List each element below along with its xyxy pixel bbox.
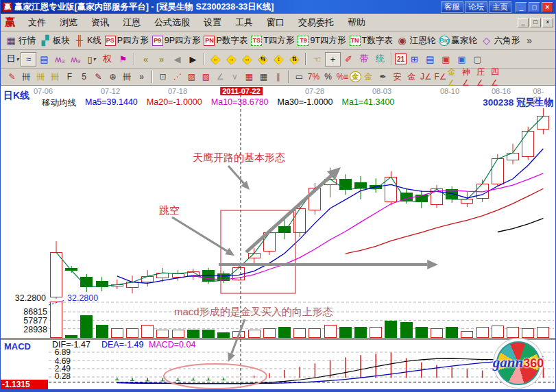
draw-more-draw[interactable]: »: [134, 70, 149, 84]
draw-gold-angle[interactable]: 金: [404, 70, 419, 84]
nav-pan-hand[interactable]: ☜: [309, 52, 325, 66]
nav-f10-info[interactable]: ▤: [36, 52, 52, 66]
menu-item-9[interactable]: 交易委托: [291, 14, 341, 31]
mdi-restore-button[interactable]: □: [530, 18, 541, 27]
nav-stat-tool[interactable]: 统: [372, 52, 388, 66]
draw-gold-circle[interactable]: 金: [350, 71, 361, 82]
nav-shift-left[interactable]: ◆←: [208, 52, 223, 66]
nav-pointer-line[interactable]: ✐: [341, 52, 356, 66]
draw-percent-7[interactable]: 7%: [306, 70, 321, 84]
nav-zoom-in-h[interactable]: ◆⇆: [255, 52, 271, 66]
toolbar-t-number-table[interactable]: TNT数字表: [350, 35, 393, 47]
toolbar-9p-square[interactable]: P99P四方形: [152, 35, 201, 47]
draw-clock-circle[interactable]: ⊕: [106, 70, 120, 84]
support-button[interactable]: 客服: [441, 1, 463, 13]
nav-terminal[interactable]: ▢: [470, 52, 485, 66]
draw-box-diagonal[interactable]: ▨: [184, 70, 199, 84]
nav-save[interactable]: ▣: [438, 52, 454, 66]
toolbar-sectors[interactable]: ▞板块: [39, 35, 70, 47]
nav-zoom-out-h[interactable]: ◆↔: [239, 52, 255, 66]
menu-item-3[interactable]: 资讯: [84, 14, 116, 31]
menu-item-2[interactable]: 浏览: [53, 14, 84, 31]
draw-draw-pen[interactable]: ✎: [5, 70, 19, 84]
draw-gold-grid-1[interactable]: 卌: [34, 70, 48, 84]
toolbar-more-tools[interactable]: »: [523, 35, 535, 46]
mdi-close-button[interactable]: ×: [542, 18, 553, 27]
date-label: 08-03: [372, 87, 391, 95]
nav-zoom-in-v[interactable]: ◆⇅: [287, 52, 302, 66]
draw-dark-grid[interactable]: ▦: [256, 70, 271, 84]
draw-an-tool[interactable]: 安: [390, 70, 404, 84]
nav-page-prev[interactable]: ◀: [169, 52, 185, 66]
draw-five-lines[interactable]: 5: [77, 70, 91, 84]
draw-f-angle[interactable]: F∠: [433, 70, 448, 84]
draw-box-fan[interactable]: ▧: [199, 70, 213, 84]
nav-save-remote[interactable]: ▣: [454, 52, 470, 66]
nav-indicator-flag[interactable]: ⚑: [115, 52, 131, 66]
app-window: 赢 赢家江恩专业版[赢家内部服务平台] - [冠昊生物 SZ300238-33日…: [0, 0, 556, 392]
draw-gold-grid-2[interactable]: 卌: [48, 70, 62, 84]
nav-restore-rights[interactable]: 权: [99, 52, 115, 66]
nav-jump-last[interactable]: »: [154, 52, 169, 66]
nav-calculator[interactable]: ⊞: [407, 52, 422, 66]
draw-zigzag[interactable]: ∨: [228, 70, 242, 84]
nav-candle-style[interactable]: ▯▾: [84, 52, 99, 66]
ma-legend-item: Ma30=-1.0000: [278, 97, 333, 109]
menu-item-4[interactable]: 江恩: [116, 14, 147, 31]
menu-item-7[interactable]: 工具: [228, 14, 260, 31]
draw-four-angle[interactable]: 四∠: [491, 70, 505, 84]
draw-j-angle[interactable]: J∠: [419, 70, 433, 84]
toolbar-winner-wheel[interactable]: Big赢家轮: [439, 35, 477, 47]
volume-axis-label: 28938: [6, 325, 47, 334]
draw-ruler[interactable]: ▭: [292, 70, 306, 84]
menu-item-1[interactable]: 文件: [21, 14, 53, 31]
minimize-button[interactable]: _: [516, 2, 527, 12]
toolbar-kline[interactable]: ╫K线: [73, 35, 101, 47]
draw-select-box[interactable]: ⊡: [156, 70, 170, 84]
toolbar-gann-wheel[interactable]: ◉江恩轮: [396, 35, 436, 47]
draw-pen-2[interactable]: ✎: [91, 70, 106, 84]
toolbar-quotes[interactable]: ▦行情: [5, 35, 36, 47]
menu-item-6[interactable]: 设置: [197, 14, 228, 31]
nav-band-tool[interactable]: 带: [356, 52, 372, 66]
nav-zoom-out-v[interactable]: ◆↕: [271, 52, 287, 66]
draw-percent[interactable]: %: [321, 70, 335, 84]
toolbar-t-square[interactable]: TST四方形: [251, 35, 294, 47]
draw-grid-lines[interactable]: 卌: [19, 70, 34, 84]
nav-crosshair[interactable]: +: [325, 52, 341, 66]
nav-shift-right[interactable]: ◆→: [223, 52, 239, 66]
close-button[interactable]: ×: [542, 2, 553, 12]
nav-page-next[interactable]: ▶: [185, 52, 201, 66]
menu-item-10[interactable]: 帮助: [341, 14, 372, 31]
forum-button[interactable]: 论坛: [465, 1, 487, 13]
draw-grid-lines-2[interactable]: 卌: [120, 70, 134, 84]
draw-shen-angle[interactable]: 神∠: [462, 70, 476, 84]
draw-angle-line[interactable]: ∠: [213, 70, 228, 84]
toolbar-9t-square[interactable]: T99T四方形: [298, 35, 346, 47]
mdi-minimize-button[interactable]: _: [518, 18, 529, 27]
draw-zhuang-angle[interactable]: 庄∠: [476, 70, 491, 84]
nav-jump-first[interactable]: «: [138, 52, 154, 66]
draw-percent-levels[interactable]: %≡: [335, 70, 350, 84]
nav-report[interactable]: ▤: [422, 52, 438, 66]
nav-trend-chart[interactable]: ≈: [21, 52, 36, 66]
toolbar-hexagon[interactable]: ◇六角形: [481, 35, 520, 47]
menu-item-5[interactable]: 公式选股: [147, 14, 197, 31]
draw-red-grid[interactable]: ▦: [242, 70, 256, 84]
draw-fib-lines[interactable]: F: [62, 70, 77, 84]
toolbar-p-number-table[interactable]: PNP数字表: [204, 35, 247, 47]
draw-parallel-lines[interactable]: ∥: [271, 70, 285, 84]
nav-merge-3[interactable]: ʍ₃: [52, 52, 68, 66]
home-button[interactable]: 主页: [489, 1, 511, 13]
restore-button[interactable]: □: [529, 2, 540, 12]
toolbar-p-square[interactable]: PSP四方形: [105, 35, 149, 47]
draw-gann-fan[interactable]: ⋰: [170, 70, 184, 84]
draw-ink-pen[interactable]: ✒: [376, 70, 390, 84]
menu-item-8[interactable]: 窗口: [260, 14, 291, 31]
nav-merge-9[interactable]: ʍ₉: [68, 52, 84, 66]
nav-kline-period[interactable]: 日▾: [5, 52, 21, 66]
draw-gold-levels[interactable]: 金: [361, 70, 376, 84]
more-tools-icon: »: [523, 35, 535, 46]
draw-gold-angle-2[interactable]: 金∠: [448, 70, 462, 84]
nav-calendar[interactable]: 21: [395, 53, 407, 64]
